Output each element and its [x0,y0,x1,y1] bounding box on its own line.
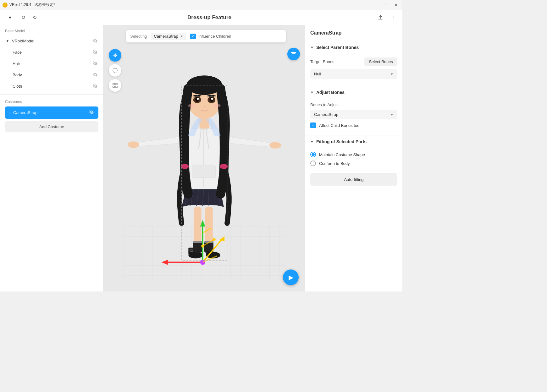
svg-rect-10 [116,86,117,88]
back-icon: ↺ [21,14,25,20]
add-costume-button[interactable]: Add Costume [5,121,98,132]
svg-point-43 [181,164,189,169]
dropdown-arrow-icon: ▼ [180,35,183,38]
select-bones-button[interactable]: Select Bones [364,57,397,66]
camera-strap-dropdown-value: CameraStrap [314,112,338,117]
forward-icon: ↻ [33,14,37,20]
svg-rect-7 [113,83,114,85]
face-label: Face [13,50,92,55]
maximize-button[interactable]: □ [382,1,390,9]
menu-icon: ≡ [9,15,11,20]
toolbar-title: Dress-up Feature [43,14,376,21]
chevron-down-icon: ▼ [310,46,314,49]
adjust-bones-header[interactable]: ▼ Adjust Bones [305,86,402,99]
costume-label: CameraStrap [13,110,89,115]
visibility-icon[interactable] [92,38,98,44]
rotate-icon [112,67,118,74]
main-content: Base Model ▼ VRoidModel Face Hair Body [0,25,402,291]
svg-point-65 [213,238,216,241]
affect-child-bones-row: ✓ Affect Child Bones too [310,122,397,128]
menu-button[interactable]: ≡ [5,13,15,23]
influence-children-label: Influence Children [198,34,231,39]
close-button[interactable]: ✕ [392,1,400,9]
fitting-header[interactable]: ▼ Fitting of Selected Parts [305,135,402,148]
fitting-title: Fitting of Selected Parts [316,139,367,144]
filter-icon [291,51,296,57]
cloth-item[interactable]: Cloth [0,80,103,92]
maintain-costume-row: Maintain Costume Shape [310,152,397,157]
selecting-dropdown[interactable]: CameraStrap ▼ [151,33,186,40]
influence-checkbox[interactable]: ✓ [190,34,196,39]
costumes-header: Costumes [5,100,98,104]
camera-strap-costume-item[interactable]: › CameraStrap [5,106,98,119]
bones-to-adjust-label: Bones to Adjust [310,102,339,107]
svg-point-49 [197,98,199,100]
fitting-section: ▼ Fitting of Selected Parts Maintain Cos… [305,135,402,173]
costume-toggle-icon: › [9,111,11,115]
snap-icon [112,82,118,89]
more-button[interactable]: ⋮ [389,13,397,22]
hair-visibility-icon[interactable] [92,60,98,67]
vroid-model-item[interactable]: ▼ VRoidModel [0,35,103,46]
svg-point-66 [201,244,204,248]
maintain-costume-label: Maintain Costume Shape [319,152,365,157]
target-bones-row: Target Bones Select Bones [310,57,397,66]
forward-button[interactable]: ↻ [30,13,39,22]
vroid-model-label: VRoidModel [12,39,92,43]
body-item[interactable]: Body [0,69,103,80]
minimize-button[interactable]: − [372,1,380,9]
svg-point-39 [269,142,281,149]
null-dropdown-arrow-icon: ▼ [390,72,394,76]
more-icon: ⋮ [391,15,395,20]
svg-point-38 [128,141,139,148]
svg-point-52 [213,104,221,107]
cloth-label: Cloth [13,84,92,89]
app-icon [3,3,8,8]
play-icon: ▶ [289,274,293,281]
face-item[interactable]: Face [0,46,103,58]
titlebar: VRoid 1.29.4 - 名称未設定* − □ ✕ [0,0,402,10]
base-model-header: Base Model [0,25,103,35]
conform-to-body-radio[interactable] [310,161,316,166]
maintain-costume-radio[interactable] [310,152,316,157]
toolbar-right: ⋮ [376,13,397,22]
conform-to-body-label: Conform to Body [319,161,350,166]
back-button[interactable]: ↺ [19,13,28,22]
move-tool-button[interactable]: ✥ [109,49,121,62]
divider [0,94,103,95]
snap-tool-button[interactable] [109,79,121,92]
filter-button[interactable] [287,48,300,60]
share-icon [378,15,383,20]
affect-child-label: Affect Child Bones too [319,123,359,128]
titlebar-controls: − □ ✕ [372,1,400,9]
hair-item[interactable]: Hair [0,58,103,69]
body-visibility-icon[interactable] [92,72,98,78]
face-visibility-icon[interactable] [92,49,98,55]
svg-point-53 [200,128,202,130]
camera-strap-arrow-icon: ▼ [390,113,394,117]
selecting-label: Selecting [130,34,147,39]
radio-selected-indicator [312,153,315,156]
select-parent-bones-header[interactable]: ▼ Select Parent Bones [305,41,402,54]
share-button[interactable] [376,13,385,22]
titlebar-title: VRoid 1.29.4 - 名称未設定* [9,2,372,8]
bones-to-adjust-row: Bones to Adjust [310,102,397,107]
right-panel: CameraStrap ▼ Select Parent Bones Target… [305,25,402,291]
select-parent-bones-title: Select Parent Bones [316,45,359,50]
svg-rect-9 [113,86,114,88]
influence-children-control: ✓ Influence Children [190,34,231,39]
chevron-down-icon-3: ▼ [310,140,314,144]
play-button[interactable]: ▶ [283,270,299,285]
null-dropdown-value: Null [314,72,321,76]
chevron-down-icon-2: ▼ [310,90,314,94]
affect-child-checkbox[interactable]: ✓ [310,122,316,128]
costume-visibility-icon[interactable] [89,110,94,116]
auto-fitting-button[interactable]: Auto-fitting [310,173,397,186]
camera-strap-dropdown[interactable]: CameraStrap ▼ [310,110,397,119]
null-dropdown[interactable]: Null ▼ [310,69,397,79]
left-panel: Base Model ▼ VRoidModel Face Hair Body [0,25,104,291]
svg-rect-11 [123,226,285,278]
cloth-visibility-icon[interactable] [92,83,98,89]
rotate-tool-button[interactable] [109,64,121,77]
svg-point-51 [188,104,196,107]
